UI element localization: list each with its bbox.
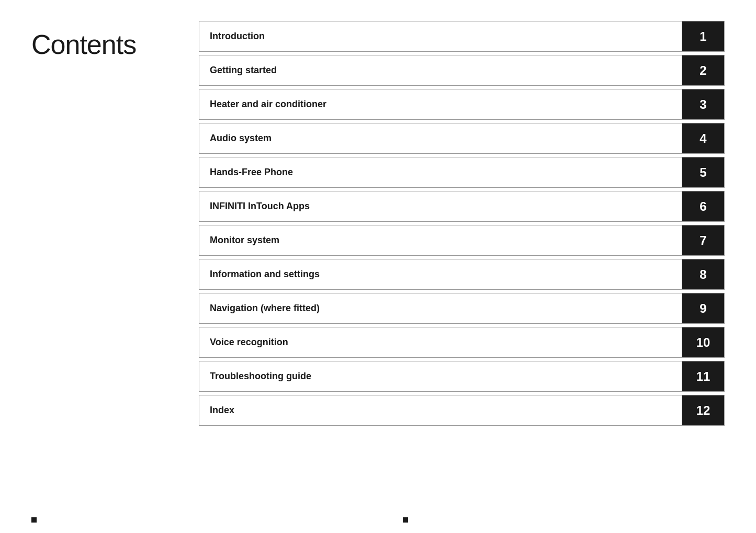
toc-item-label: Introduction [199, 21, 682, 51]
toc-item[interactable]: Audio system4 [199, 123, 725, 154]
toc-item-number: 8 [682, 259, 724, 289]
toc-item-label: Getting started [199, 55, 682, 85]
toc-item-number: 1 [682, 21, 724, 51]
toc-item-number: 7 [682, 225, 724, 255]
toc-item-number: 2 [682, 55, 724, 85]
toc-item[interactable]: Monitor system7 [199, 225, 725, 256]
toc-item-number: 9 [682, 293, 724, 323]
toc-item-number: 12 [682, 395, 724, 425]
toc-item-label: Monitor system [199, 225, 682, 255]
toc-item[interactable]: Index12 [199, 395, 725, 426]
toc-item-label: Hands-Free Phone [199, 157, 682, 187]
page: Contents Introduction1Getting started2He… [0, 0, 756, 533]
toc-item-number: 3 [682, 89, 724, 119]
toc-item[interactable]: Information and settings8 [199, 259, 725, 290]
toc-item-label: INFINITI InTouch Apps [199, 191, 682, 221]
toc-item[interactable]: Voice recognition10 [199, 327, 725, 358]
toc-item-label: Troubleshooting guide [199, 361, 682, 391]
toc-item-label: Voice recognition [199, 327, 682, 357]
toc-item[interactable]: Troubleshooting guide11 [199, 361, 725, 392]
toc-item-number: 10 [682, 327, 724, 357]
footer [31, 517, 408, 523]
footer-dot-right [403, 517, 408, 523]
page-title: Contents [31, 29, 136, 60]
toc-item-number: 6 [682, 191, 724, 221]
toc-item[interactable]: Introduction1 [199, 21, 725, 52]
toc-item-label: Audio system [199, 123, 682, 153]
footer-dot-left [31, 517, 37, 523]
toc-item[interactable]: Navigation (where fitted)9 [199, 293, 725, 324]
toc-item-number: 5 [682, 157, 724, 187]
toc-item-label: Navigation (where fitted) [199, 293, 682, 323]
toc-list: Introduction1Getting started2Heater and … [199, 21, 725, 429]
toc-item-label: Heater and air conditioner [199, 89, 682, 119]
toc-item-number: 4 [682, 123, 724, 153]
toc-item[interactable]: Getting started2 [199, 55, 725, 86]
toc-item[interactable]: Hands-Free Phone5 [199, 157, 725, 188]
toc-item-label: Information and settings [199, 259, 682, 289]
toc-item-label: Index [199, 395, 682, 425]
toc-item[interactable]: Heater and air conditioner3 [199, 89, 725, 120]
toc-item-number: 11 [682, 361, 724, 391]
toc-item[interactable]: INFINITI InTouch Apps6 [199, 191, 725, 222]
